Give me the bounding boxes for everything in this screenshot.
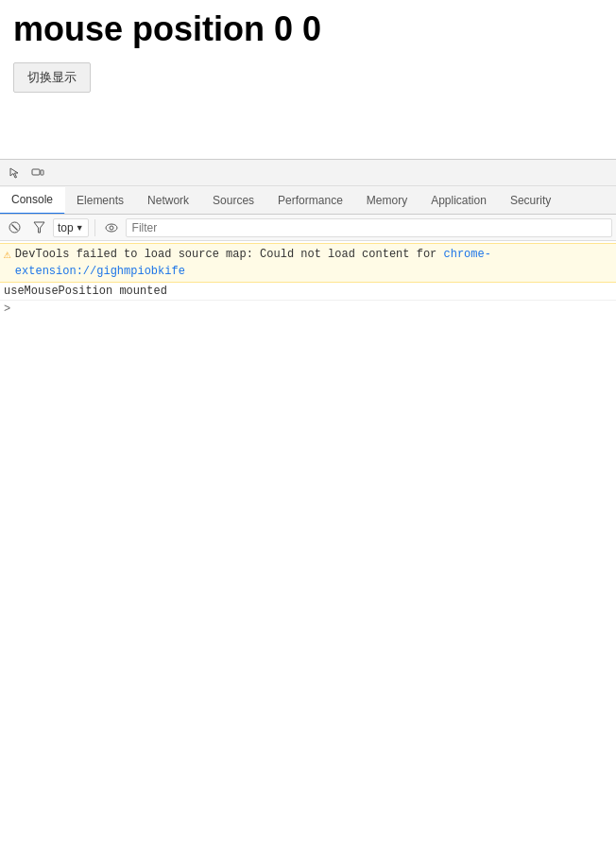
console-warning-text: DevTools failed to load source map: Coul… (15, 246, 612, 280)
devtools-panel: Console Elements Network Sources Perform… (0, 159, 616, 849)
tab-console[interactable]: Console (0, 187, 65, 215)
tab-security[interactable]: Security (499, 186, 563, 214)
inspect-element-icon[interactable] (4, 162, 26, 184)
context-selector[interactable]: top ▼ (53, 218, 89, 237)
tab-memory[interactable]: Memory (355, 186, 419, 214)
tab-performance[interactable]: Performance (266, 186, 355, 214)
console-prompt: > (0, 301, 616, 318)
toggle-button[interactable]: 切换显示 (13, 62, 91, 93)
filter-input[interactable] (126, 218, 612, 237)
svg-line-3 (11, 225, 17, 231)
console-output: ⚠ DevTools failed to load source map: Co… (0, 241, 616, 849)
devtools-tabs: Console Elements Network Sources Perform… (0, 186, 616, 215)
prompt-symbol: > (4, 303, 10, 316)
console-warning-row: ⚠ DevTools failed to load source map: Co… (0, 243, 616, 283)
warning-icon: ⚠ (4, 247, 11, 262)
console-toolbar: top ▼ (0, 215, 616, 241)
toolbar-divider (94, 219, 95, 236)
svg-rect-1 (41, 170, 43, 175)
page-content: mouse position 0 0 切换显示 (0, 0, 616, 102)
filter-icon[interactable] (28, 217, 49, 238)
tab-elements[interactable]: Elements (65, 186, 136, 214)
svg-rect-0 (32, 169, 40, 175)
svg-point-6 (110, 226, 113, 230)
show-log-levels-icon[interactable] (101, 217, 122, 238)
tab-application[interactable]: Application (419, 186, 499, 214)
console-log-row: useMousePosition mounted (0, 283, 616, 301)
chevron-down-icon: ▼ (76, 223, 84, 233)
devtools-topbar (0, 160, 616, 186)
clear-console-icon[interactable] (4, 217, 25, 238)
tab-network[interactable]: Network (136, 186, 201, 214)
svg-marker-4 (34, 222, 44, 233)
tab-sources[interactable]: Sources (201, 186, 266, 214)
svg-point-5 (106, 224, 117, 232)
page-title: mouse position 0 0 (13, 9, 603, 49)
device-toolbar-icon[interactable] (26, 162, 49, 184)
